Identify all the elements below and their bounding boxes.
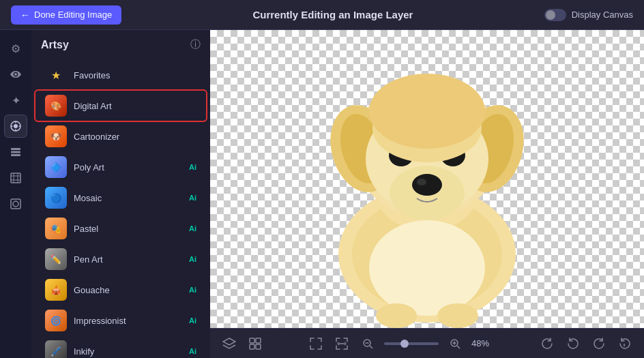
svg-point-1 bbox=[14, 124, 18, 128]
undo-icon[interactable] bbox=[564, 334, 583, 353]
svg-point-27 bbox=[417, 179, 426, 185]
ai-badge-impressionist: Ai bbox=[189, 316, 196, 325]
filter-icon-cartoonizer: 🐶 bbox=[45, 125, 67, 147]
sidebar-item-artsy[interactable] bbox=[4, 115, 27, 138]
filter-icon-inkify: 🖊️ bbox=[45, 340, 67, 358]
canvas-area: 48% bbox=[210, 30, 644, 358]
sidebar-item-mask[interactable] bbox=[4, 192, 27, 215]
display-canvas-label: Display Canvas bbox=[572, 10, 633, 20]
filter-item-poly-art[interactable]: 🔷 Poly Art Ai bbox=[35, 152, 206, 182]
filter-item-pastel[interactable]: 🎭 Pastel Ai bbox=[35, 213, 206, 243]
bottom-bar: 48% bbox=[210, 328, 644, 358]
sidebar-item-layers[interactable] bbox=[4, 140, 27, 164]
ai-badge-pastel: Ai bbox=[189, 224, 196, 233]
filter-item-favorites[interactable]: ★ Favorites bbox=[35, 60, 206, 90]
zoom-slider-thumb bbox=[400, 340, 409, 348]
svg-line-44 bbox=[370, 346, 372, 348]
filter-icon-digital-art: 🎨 bbox=[45, 95, 67, 117]
filter-item-digital-art[interactable]: 🎨 Digital Art bbox=[35, 91, 206, 121]
filter-item-gouache[interactable]: 🎪 Gouache Ai bbox=[35, 275, 206, 305]
filter-name-favorites: Favorites bbox=[74, 70, 196, 80]
zoom-slider[interactable] bbox=[384, 342, 439, 345]
grid-bottom-icon[interactable] bbox=[246, 334, 265, 353]
fit-width-icon[interactable] bbox=[332, 334, 351, 353]
fit-screen-icon[interactable] bbox=[306, 334, 325, 353]
sidebar-item-crop[interactable] bbox=[4, 166, 27, 190]
main-content: ⚙ ✦ bbox=[0, 30, 644, 358]
display-canvas-toggle-area: Display Canvas bbox=[544, 9, 633, 21]
bottom-center-tools: 48% bbox=[306, 334, 496, 353]
zoom-out-icon[interactable] bbox=[358, 334, 377, 353]
filter-name-digital-art: Digital Art bbox=[74, 101, 196, 111]
filter-icon-poly-art: 🔷 bbox=[45, 156, 67, 178]
svg-rect-38 bbox=[256, 338, 261, 343]
filter-name-gouache: Gouache bbox=[74, 285, 182, 295]
svg-rect-40 bbox=[256, 344, 261, 349]
filter-list: ★ Favorites 🎨 Digital Art 🐶 Cartoonizer … bbox=[31, 57, 210, 358]
filter-item-inkify[interactable]: 🖊️ Inkify Ai bbox=[35, 336, 206, 358]
ai-badge-inkify: Ai bbox=[189, 347, 196, 355]
layers-bottom-icon[interactable] bbox=[220, 334, 239, 353]
filter-name-impressionist: Impressionist bbox=[74, 316, 182, 326]
page-title: Currently Editing an Image Layer bbox=[252, 9, 413, 20]
filter-name-mosaic: Mosaic bbox=[74, 193, 182, 203]
svg-rect-6 bbox=[11, 148, 20, 150]
filter-name-pen-art: Pen Art bbox=[74, 254, 182, 265]
filter-icon-pen-art: ✏️ bbox=[45, 248, 67, 270]
filter-icon-gouache: 🎪 bbox=[45, 279, 67, 301]
panel-header: Artsy ⓘ bbox=[31, 30, 210, 57]
svg-rect-39 bbox=[250, 344, 254, 349]
filter-name-cartoonizer: Cartoonizer bbox=[74, 132, 196, 142]
ai-badge-mosaic: Ai bbox=[189, 194, 196, 202]
svg-point-36 bbox=[437, 303, 478, 328]
ai-badge-poly-art: Ai bbox=[189, 163, 196, 171]
dog-image bbox=[284, 30, 570, 328]
svg-point-35 bbox=[376, 303, 417, 328]
svg-point-34 bbox=[369, 220, 485, 316]
zoom-in-icon[interactable] bbox=[445, 334, 465, 353]
svg-rect-9 bbox=[11, 173, 20, 183]
filter-name-poly-art: Poly Art bbox=[74, 162, 182, 173]
svg-point-15 bbox=[13, 201, 18, 207]
favorites-icon: ★ bbox=[45, 64, 67, 86]
filter-icon-mosaic: 🔵 bbox=[45, 187, 67, 209]
back-arrow-icon: ← bbox=[20, 10, 30, 20]
filter-icon-pastel: 🎭 bbox=[45, 218, 67, 239]
artsy-panel: Artsy ⓘ ★ Favorites 🎨 Digital Art 🐶 Cart… bbox=[31, 30, 210, 358]
top-bar: ← Done Editing Image Currently Editing a… bbox=[0, 0, 644, 30]
zoom-slider-container bbox=[384, 342, 439, 345]
svg-rect-14 bbox=[11, 199, 20, 209]
panel-title: Artsy bbox=[41, 39, 69, 51]
filter-icon-impressionist: 🌀 bbox=[45, 310, 67, 331]
zoom-percent-label: 48% bbox=[471, 338, 496, 348]
svg-line-48 bbox=[457, 346, 460, 348]
ai-badge-pen-art: Ai bbox=[189, 255, 196, 263]
filter-item-cartoonizer[interactable]: 🐶 Cartoonizer bbox=[35, 121, 206, 151]
info-icon[interactable]: ⓘ bbox=[190, 38, 201, 51]
filter-item-mosaic[interactable]: 🔵 Mosaic Ai bbox=[35, 183, 206, 213]
sidebar-item-sparkle[interactable]: ✦ bbox=[4, 89, 27, 112]
bottom-left-tools bbox=[220, 334, 265, 353]
star-icon: ★ bbox=[51, 69, 61, 82]
rotate-cw-icon[interactable] bbox=[538, 334, 557, 353]
sidebar-item-sliders[interactable]: ⚙ bbox=[4, 37, 27, 60]
svg-rect-8 bbox=[11, 154, 20, 156]
svg-rect-37 bbox=[250, 338, 254, 343]
image-container bbox=[210, 30, 644, 328]
done-editing-button[interactable]: ← Done Editing Image bbox=[11, 5, 121, 25]
bottom-right-tools bbox=[538, 334, 634, 353]
svg-point-26 bbox=[412, 174, 442, 196]
reset-icon[interactable] bbox=[615, 334, 634, 353]
filter-item-pen-art[interactable]: ✏️ Pen Art Ai bbox=[35, 244, 206, 274]
display-canvas-toggle[interactable] bbox=[544, 9, 566, 21]
filter-name-pastel: Pastel bbox=[74, 224, 182, 234]
redo-icon[interactable] bbox=[589, 334, 609, 353]
filter-name-inkify: Inkify bbox=[74, 346, 182, 357]
filter-item-impressionist[interactable]: 🌀 Impressionist Ai bbox=[35, 305, 206, 335]
icon-sidebar: ⚙ ✦ bbox=[0, 30, 31, 358]
ai-badge-gouache: Ai bbox=[189, 286, 196, 294]
canvas-main bbox=[210, 30, 644, 328]
svg-rect-7 bbox=[11, 151, 20, 153]
svg-point-33 bbox=[369, 74, 485, 149]
sidebar-item-eye[interactable] bbox=[4, 63, 27, 86]
